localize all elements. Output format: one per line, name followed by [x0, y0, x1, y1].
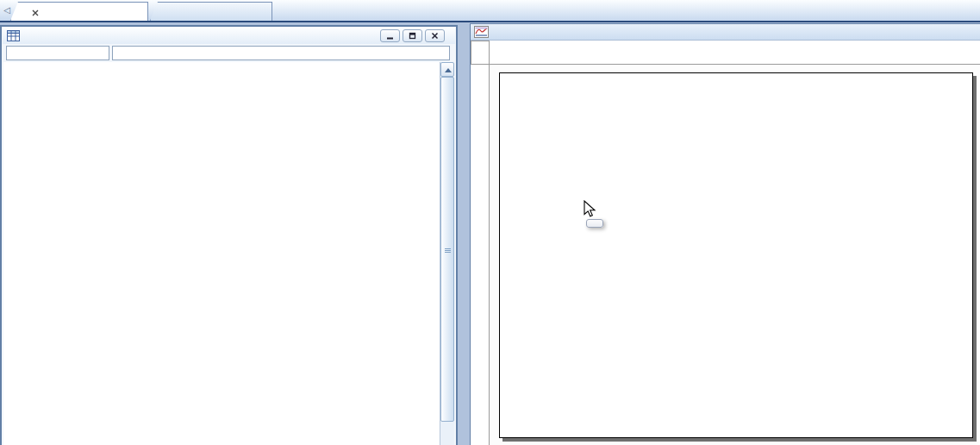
- chart[interactable]: [490, 65, 980, 445]
- mdi-workspace: [0, 24, 980, 445]
- worksheet-grid[interactable]: [3, 62, 443, 445]
- formula-box[interactable]: [112, 46, 450, 60]
- scrollbar-thumb[interactable]: [440, 77, 454, 422]
- cell-reference-box[interactable]: [6, 46, 109, 60]
- tab-close-icon[interactable]: [32, 7, 39, 19]
- worksheet-window: [0, 25, 458, 445]
- plot-titlebar[interactable]: [471, 24, 980, 41]
- document-tabbar: ◁: [0, 0, 980, 22]
- worksheet-toolbar: [3, 44, 455, 62]
- horizontal-ruler: [490, 41, 980, 65]
- hover-tooltip: [586, 219, 603, 228]
- minimize-button[interactable]: [380, 29, 400, 42]
- worksheet-icon: [7, 30, 20, 41]
- worksheet-titlebar[interactable]: [3, 28, 455, 44]
- plot-document-icon: [474, 26, 489, 38]
- tab-plot-document[interactable]: [10, 2, 148, 21]
- tab-worksheet-document[interactable]: [150, 2, 272, 21]
- scroll-up-icon[interactable]: [440, 62, 454, 77]
- close-button[interactable]: [425, 29, 445, 42]
- worksheet-vertical-scrollbar[interactable]: [440, 62, 454, 445]
- restore-button[interactable]: [403, 29, 422, 42]
- mouse-cursor-icon: [584, 200, 596, 218]
- plot-window: [470, 23, 980, 445]
- ruler-corner: [471, 41, 490, 65]
- tab-scroll-left-icon[interactable]: ◁: [2, 4, 12, 16]
- vertical-ruler: [471, 65, 490, 445]
- plot-canvas[interactable]: [490, 65, 980, 445]
